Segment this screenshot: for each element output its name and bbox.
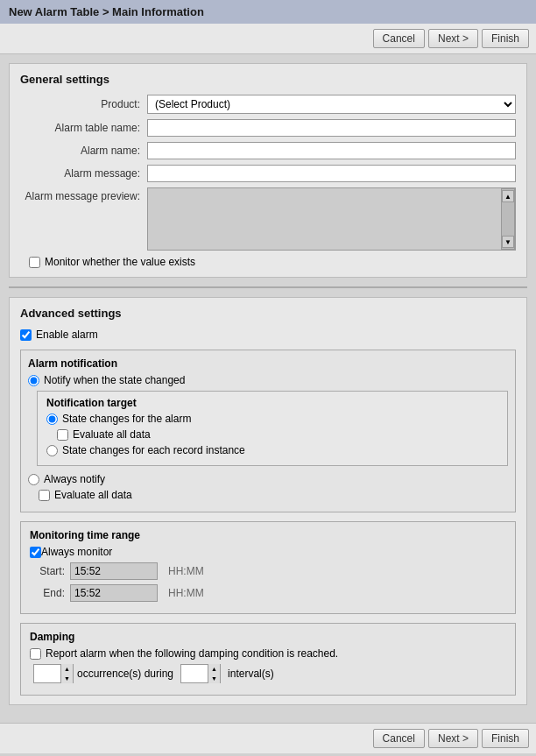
top-toolbar: Cancel Next > Finish (0, 24, 536, 54)
start-hint: HH:MM (168, 565, 204, 577)
always-notify-radio[interactable] (28, 474, 39, 485)
enable-alarm-row: Enable alarm (20, 329, 516, 341)
preview-scrollbar[interactable]: ▲ ▼ (501, 188, 515, 250)
monitoring-time-range-title: Monitoring time range (30, 529, 506, 541)
state-changes-alarm-radio[interactable] (46, 413, 58, 425)
evaluate-all-data-label: Evaluate all data (73, 428, 151, 441)
alarm-table-name-label: Alarm table name: (20, 122, 147, 134)
damping-title: Damping (30, 631, 506, 643)
occurrence-spinner[interactable]: 1 ▲ ▼ (33, 664, 74, 683)
occurrence-input[interactable]: 1 (34, 665, 60, 682)
always-notify-evaluate-checkbox[interactable] (39, 490, 50, 501)
start-label: Start: (30, 565, 65, 577)
monitor-value-exists-checkbox[interactable] (29, 257, 40, 268)
product-select[interactable]: (Select Product) (147, 95, 516, 114)
interval-label: interval(s) (228, 668, 274, 680)
always-notify-evaluate-label: Evaluate all data (54, 489, 132, 501)
bottom-toolbar: Cancel Next > Finish (0, 723, 536, 753)
alarm-table-name-row: Alarm table name: (20, 119, 516, 137)
state-changes-record-radio[interactable] (46, 445, 58, 456)
notify-state-changed-label: Notify when the state changed (44, 374, 185, 386)
alarm-message-row: Alarm message: (20, 165, 516, 182)
advanced-settings-title: Advanced settings (20, 307, 516, 320)
alarm-message-preview-wrapper: ▲ ▼ (147, 187, 516, 251)
state-changes-record-row: State changes for each record instance (46, 444, 498, 456)
always-notify-row: Always notify (28, 473, 508, 485)
damping-values-row: 1 ▲ ▼ occurrence(s) during 1 ▲ ▼ (30, 664, 506, 683)
end-hint: HH:MM (168, 587, 204, 599)
monitor-value-exists-label: Monitor whether the value exists (45, 256, 195, 268)
alarm-name-row: Alarm name: (20, 142, 516, 159)
product-row: Product: (Select Product) (20, 95, 516, 114)
alarm-message-preview-textarea[interactable] (148, 188, 501, 250)
interval-input[interactable]: 1 (181, 665, 208, 682)
damping-report-label: Report alarm when the following damping … (46, 647, 338, 660)
end-label: End: (30, 587, 65, 599)
alarm-name-label: Alarm name: (20, 145, 147, 157)
page-wrapper: New Alarm Table > Main Information Cance… (0, 0, 536, 753)
occurrence-down-button[interactable]: ▼ (60, 674, 73, 683)
state-changes-record-label: State changes for each record instance (62, 444, 245, 456)
monitor-checkbox-row: Monitor whether the value exists (29, 256, 516, 268)
product-label: Product: (20, 98, 147, 110)
always-monitor-checkbox[interactable] (30, 547, 41, 558)
alarm-name-input[interactable] (147, 142, 516, 159)
scroll-down-arrow[interactable]: ▼ (502, 236, 514, 248)
enable-alarm-label: Enable alarm (36, 329, 98, 341)
page-title: New Alarm Table > Main Information (9, 5, 204, 18)
state-changes-alarm-label: State changes for the alarm (62, 413, 191, 425)
advanced-settings-section: Advanced settings Enable alarm Alarm not… (9, 297, 527, 705)
always-monitor-label: Always monitor (41, 546, 112, 558)
title-bar: New Alarm Table > Main Information (0, 0, 536, 24)
alarm-notification-title: Alarm notification (28, 357, 508, 370)
interval-spinner[interactable]: 1 ▲ ▼ (180, 664, 221, 683)
notify-state-changed-radio[interactable] (28, 375, 39, 386)
bottom-cancel-button[interactable]: Cancel (373, 729, 425, 748)
monitoring-time-range-box: Monitoring time range Always monitor Sta… (20, 521, 516, 614)
damping-report-row: Report alarm when the following damping … (30, 647, 506, 660)
state-changes-alarm-row: State changes for the alarm (46, 413, 498, 425)
alarm-message-input[interactable] (147, 165, 516, 182)
evaluate-all-data-checkbox[interactable] (57, 429, 68, 441)
damping-report-checkbox[interactable] (30, 648, 41, 660)
bottom-finish-button[interactable]: Finish (482, 729, 529, 748)
always-monitor-row: Always monitor (30, 546, 506, 558)
top-finish-button[interactable]: Finish (482, 29, 529, 48)
occurrence-spinner-buttons: ▲ ▼ (60, 664, 73, 683)
occurrence-label: occurrence(s) during (77, 668, 173, 680)
end-time-row: End: HH:MM (30, 584, 506, 602)
section-divider (9, 286, 527, 288)
always-notify-label: Always notify (44, 473, 105, 485)
alarm-message-preview-row: Alarm message preview: ▲ ▼ (20, 187, 516, 251)
alarm-notification-box: Alarm notification Notify when the state… (20, 350, 516, 512)
bottom-next-button[interactable]: Next > (428, 729, 478, 748)
end-time-input[interactable] (70, 584, 158, 602)
occurrence-up-button[interactable]: ▲ (60, 664, 73, 674)
alarm-table-name-input[interactable] (147, 119, 516, 137)
evaluate-all-data-row: Evaluate all data (57, 428, 498, 441)
notification-target-title: Notification target (46, 397, 498, 409)
main-content: General settings Product: (Select Produc… (0, 54, 536, 723)
notify-state-changed-row: Notify when the state changed (28, 374, 508, 386)
damping-box: Damping Report alarm when the following … (20, 623, 516, 696)
alarm-message-label: Alarm message: (20, 167, 147, 180)
top-next-button[interactable]: Next > (428, 29, 478, 48)
notification-target-box: Notification target State changes for th… (37, 391, 508, 466)
general-settings-title: General settings (20, 73, 516, 86)
always-notify-evaluate-row: Evaluate all data (39, 489, 508, 501)
scroll-up-arrow[interactable]: ▲ (502, 190, 514, 202)
interval-spinner-buttons: ▲ ▼ (208, 664, 220, 683)
general-settings-section: General settings Product: (Select Produc… (9, 63, 527, 278)
enable-alarm-checkbox[interactable] (20, 329, 32, 341)
top-cancel-button[interactable]: Cancel (373, 29, 425, 48)
interval-down-button[interactable]: ▼ (208, 674, 220, 683)
start-time-row: Start: HH:MM (30, 562, 506, 580)
interval-up-button[interactable]: ▲ (208, 664, 220, 674)
alarm-message-preview-label: Alarm message preview: (20, 187, 147, 202)
start-time-input[interactable] (70, 562, 158, 580)
